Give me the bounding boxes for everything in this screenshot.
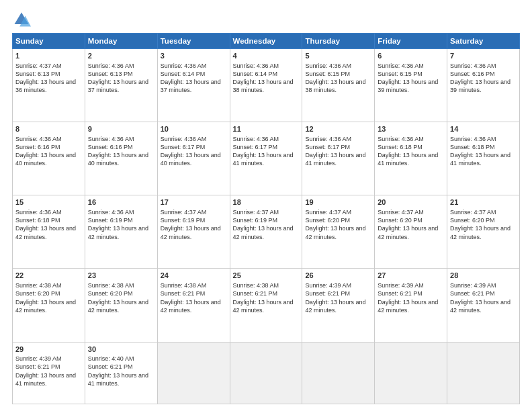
day-number: 30 [88, 345, 154, 355]
day-number: 19 [305, 197, 371, 208]
day-info-line: Sunrise: 4:40 AM [88, 355, 154, 363]
day-info-line: Sunrise: 4:38 AM [161, 281, 227, 289]
day-info-line: Daylight: 13 hours and 41 minutes. [233, 151, 300, 167]
calendar-cell: 21Sunrise: 4:37 AMSunset: 6:20 PMDayligh… [447, 195, 520, 269]
day-info-line: Daylight: 13 hours and 42 minutes. [161, 224, 227, 240]
day-number: 15 [15, 197, 82, 208]
day-info-line: Daylight: 13 hours and 42 minutes. [233, 224, 300, 240]
day-info-line: Sunrise: 4:36 AM [305, 135, 371, 143]
day-info-line: Daylight: 13 hours and 42 minutes. [305, 224, 371, 240]
calendar-cell: 1Sunrise: 4:37 AMSunset: 6:13 PMDaylight… [13, 49, 85, 122]
day-info-line: Daylight: 13 hours and 42 minutes. [233, 298, 300, 314]
day-info-line: Daylight: 13 hours and 36 minutes. [15, 78, 82, 94]
day-number: 6 [378, 51, 444, 61]
day-info-line: Sunrise: 4:39 AM [15, 355, 82, 363]
day-info-line: Daylight: 13 hours and 40 minutes. [15, 151, 82, 167]
day-info-line: Sunset: 6:21 PM [161, 289, 227, 298]
day-info-line: Daylight: 13 hours and 42 minutes. [305, 298, 371, 314]
weekday-header-tuesday: Tuesday [157, 34, 230, 49]
day-info-line: Sunrise: 4:37 AM [161, 208, 227, 216]
weekday-header-monday: Monday [85, 34, 157, 49]
day-info-line: Daylight: 13 hours and 42 minutes. [88, 298, 154, 314]
day-number: 7 [450, 51, 517, 61]
day-info-line: Daylight: 13 hours and 39 minutes. [378, 78, 444, 94]
week-row-2: 8Sunrise: 4:36 AMSunset: 6:16 PMDaylight… [13, 122, 520, 195]
day-info-line: Sunset: 6:21 PM [305, 289, 371, 298]
day-number: 29 [15, 345, 82, 355]
page: SundayMondayTuesdayWednesdayThursdayFrid… [0, 0, 532, 411]
calendar-cell: 9Sunrise: 4:36 AMSunset: 6:16 PMDaylight… [85, 122, 157, 195]
day-info-line: Sunset: 6:21 PM [88, 363, 154, 371]
day-info-line: Sunset: 6:19 PM [88, 216, 154, 224]
weekday-header-wednesday: Wednesday [230, 34, 302, 49]
day-info-line: Daylight: 13 hours and 37 minutes. [88, 78, 154, 94]
day-info-line: Sunrise: 4:39 AM [450, 281, 517, 289]
day-info-line: Sunset: 6:17 PM [161, 143, 227, 151]
day-info-line: Sunset: 6:19 PM [233, 216, 300, 224]
day-info-line: Sunrise: 4:36 AM [161, 135, 227, 143]
day-number: 9 [88, 124, 154, 134]
calendar-cell: 8Sunrise: 4:36 AMSunset: 6:16 PMDaylight… [13, 122, 85, 195]
day-number: 18 [233, 197, 300, 208]
calendar-cell: 14Sunrise: 4:36 AMSunset: 6:18 PMDayligh… [447, 122, 520, 195]
week-row-5: 29Sunrise: 4:39 AMSunset: 6:21 PMDayligh… [13, 342, 520, 404]
day-number: 16 [88, 197, 154, 208]
day-info-line: Sunset: 6:21 PM [378, 289, 444, 298]
day-info-line: Sunset: 6:15 PM [378, 70, 444, 78]
day-info-line: Sunrise: 4:36 AM [88, 208, 154, 216]
day-info-line: Sunset: 6:13 PM [15, 70, 82, 78]
day-info-line: Sunrise: 4:38 AM [15, 281, 82, 289]
day-info-line: Sunset: 6:20 PM [450, 216, 517, 224]
calendar-cell: 30Sunrise: 4:40 AMSunset: 6:21 PMDayligh… [85, 342, 157, 404]
day-info-line: Daylight: 13 hours and 38 minutes. [305, 78, 371, 94]
day-info-line: Daylight: 13 hours and 39 minutes. [450, 78, 517, 94]
day-info-line: Sunrise: 4:38 AM [233, 281, 300, 289]
day-info-line: Sunrise: 4:37 AM [233, 208, 300, 216]
calendar-cell: 27Sunrise: 4:39 AMSunset: 6:21 PMDayligh… [375, 269, 447, 342]
day-info-line: Sunrise: 4:37 AM [450, 208, 517, 216]
day-info-line: Sunrise: 4:37 AM [15, 62, 82, 70]
calendar-cell: 18Sunrise: 4:37 AMSunset: 6:19 PMDayligh… [230, 195, 302, 269]
calendar-cell: 25Sunrise: 4:38 AMSunset: 6:21 PMDayligh… [230, 269, 302, 342]
day-info-line: Sunset: 6:17 PM [233, 143, 300, 151]
day-info-line: Daylight: 13 hours and 41 minutes. [305, 151, 371, 167]
header [12, 10, 520, 29]
day-info-line: Sunset: 6:21 PM [15, 363, 82, 371]
calendar-cell: 12Sunrise: 4:36 AMSunset: 6:17 PMDayligh… [302, 122, 375, 195]
day-info-line: Sunset: 6:13 PM [88, 70, 154, 78]
day-number: 10 [161, 124, 227, 134]
day-number: 1 [15, 51, 82, 61]
day-info-line: Daylight: 13 hours and 40 minutes. [161, 151, 227, 167]
calendar-cell [302, 342, 375, 404]
weekday-header-friday: Friday [375, 34, 447, 49]
weekday-header-saturday: Saturday [447, 34, 520, 49]
day-info-line: Sunrise: 4:36 AM [233, 62, 300, 70]
day-info-line: Sunset: 6:14 PM [233, 70, 300, 78]
calendar-cell: 19Sunrise: 4:37 AMSunset: 6:20 PMDayligh… [302, 195, 375, 269]
day-info-line: Sunrise: 4:36 AM [15, 135, 82, 143]
day-info-line: Sunrise: 4:36 AM [378, 135, 444, 143]
calendar-cell [447, 342, 520, 404]
day-info-line: Sunset: 6:16 PM [450, 70, 517, 78]
day-info-line: Sunset: 6:20 PM [378, 216, 444, 224]
day-number: 2 [88, 51, 154, 61]
day-info-line: Sunset: 6:14 PM [161, 70, 227, 78]
calendar-cell: 29Sunrise: 4:39 AMSunset: 6:21 PMDayligh… [13, 342, 85, 404]
day-info-line: Sunrise: 4:36 AM [15, 208, 82, 216]
calendar-cell [375, 342, 447, 404]
day-number: 17 [161, 197, 227, 208]
day-info-line: Sunset: 6:18 PM [378, 143, 444, 151]
week-row-1: 1Sunrise: 4:37 AMSunset: 6:13 PMDaylight… [13, 49, 520, 122]
calendar-cell: 10Sunrise: 4:36 AMSunset: 6:17 PMDayligh… [157, 122, 230, 195]
weekday-header-thursday: Thursday [302, 34, 375, 49]
day-number: 26 [305, 271, 371, 281]
week-row-3: 15Sunrise: 4:36 AMSunset: 6:18 PMDayligh… [13, 195, 520, 269]
day-info-line: Sunset: 6:18 PM [450, 143, 517, 151]
calendar-table: SundayMondayTuesdayWednesdayThursdayFrid… [12, 33, 520, 404]
calendar-cell: 11Sunrise: 4:36 AMSunset: 6:17 PMDayligh… [230, 122, 302, 195]
day-info-line: Daylight: 13 hours and 42 minutes. [88, 224, 154, 240]
calendar-cell: 3Sunrise: 4:36 AMSunset: 6:14 PMDaylight… [157, 49, 230, 122]
logo [12, 10, 34, 29]
day-info-line: Daylight: 13 hours and 37 minutes. [161, 78, 227, 94]
day-info-line: Daylight: 13 hours and 42 minutes. [15, 298, 82, 314]
